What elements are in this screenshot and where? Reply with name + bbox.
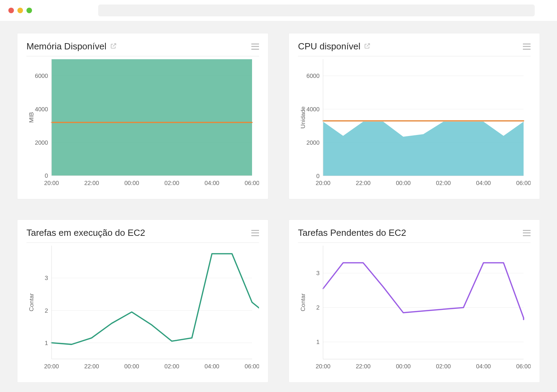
svg-text:1: 1 [316,339,320,345]
svg-text:06:00: 06:00 [516,363,531,370]
svg-text:20:00: 20:00 [316,180,331,186]
card-ec2-pending-tasks: Tarefas Pendentes do EC2 12320:0022:0000… [289,220,540,382]
svg-text:04:00: 04:00 [205,362,220,369]
browser-chrome [0,0,557,21]
svg-text:04:00: 04:00 [205,179,219,186]
external-link-icon[interactable] [110,42,117,51]
svg-text:Unidade: Unidade [300,106,306,129]
card-cpu-available: CPU disponível 020004000600020:0022:0000… [289,33,540,199]
svg-text:20:00: 20:00 [44,179,59,186]
card-menu-icon[interactable] [523,43,531,50]
chart-cpu[interactable]: 020004000600020:0022:0000:0002:0004:0006… [298,56,531,191]
card-title: Tarefas Pendentes do EC2 [298,227,406,238]
svg-text:06:00: 06:00 [245,179,259,186]
svg-text:22:00: 22:00 [356,363,371,370]
dashboard-grid: Memória Disponível 020004000600020:0022:… [0,21,557,392]
svg-text:04:00: 04:00 [476,180,491,186]
svg-text:3: 3 [316,270,320,277]
chart-ec2-pending[interactable]: 12320:0022:0000:0002:0004:0006:00Contar [298,243,531,375]
svg-text:04:00: 04:00 [476,363,491,370]
chart-ec2-running[interactable]: 12320:0022:0000:0002:0004:0006:00Contar [26,243,259,375]
svg-text:2000: 2000 [306,139,320,146]
svg-text:00:00: 00:00 [124,179,139,186]
svg-text:06:00: 06:00 [516,180,531,186]
close-window-button[interactable] [8,8,14,13]
svg-text:2000: 2000 [35,139,48,146]
svg-text:Contar: Contar [28,293,35,311]
chart-memory[interactable]: 020004000600020:0022:0000:0002:0004:0006… [26,56,259,191]
svg-text:02:00: 02:00 [164,362,179,369]
svg-text:0: 0 [45,172,48,179]
svg-text:22:00: 22:00 [356,180,371,186]
svg-text:3: 3 [45,274,48,281]
card-title: CPU disponível [298,41,360,52]
svg-text:20:00: 20:00 [316,363,331,370]
card-ec2-running-tasks: Tarefas em execução do EC2 12320:0022:00… [17,220,268,382]
svg-text:22:00: 22:00 [84,362,99,369]
card-memory-available: Memória Disponível 020004000600020:0022:… [17,33,268,199]
svg-text:6000: 6000 [35,72,48,79]
svg-text:00:00: 00:00 [396,363,411,370]
svg-text:4000: 4000 [35,106,48,113]
svg-text:02:00: 02:00 [436,363,451,370]
card-menu-icon[interactable] [523,230,531,236]
svg-text:22:00: 22:00 [84,179,99,186]
card-header: Tarefas Pendentes do EC2 [298,227,531,243]
external-link-icon[interactable] [364,42,371,51]
maximize-window-button[interactable] [26,8,32,13]
svg-text:0: 0 [316,173,320,179]
svg-text:20:00: 20:00 [44,362,59,369]
address-bar[interactable] [98,5,535,16]
svg-text:6000: 6000 [306,73,320,79]
svg-text:00:00: 00:00 [396,180,411,186]
svg-text:06:00: 06:00 [245,362,259,369]
card-header: Memória Disponível [26,41,259,56]
minimize-window-button[interactable] [17,8,23,13]
card-header: Tarefas em execução do EC2 [26,227,259,243]
svg-text:02:00: 02:00 [164,179,179,186]
svg-text:2: 2 [316,304,320,311]
card-title: Memória Disponível [26,41,107,52]
svg-text:00:00: 00:00 [124,362,139,369]
card-header: CPU disponível [298,41,531,56]
svg-text:4000: 4000 [306,106,320,113]
card-menu-icon[interactable] [251,230,259,236]
svg-text:02:00: 02:00 [436,180,451,186]
svg-text:1: 1 [45,339,48,346]
svg-text:Contar: Contar [300,293,306,311]
card-menu-icon[interactable] [251,43,259,50]
svg-text:2: 2 [45,307,48,314]
svg-text:MIB: MIB [28,112,35,123]
card-title: Tarefas em execução do EC2 [26,227,145,238]
